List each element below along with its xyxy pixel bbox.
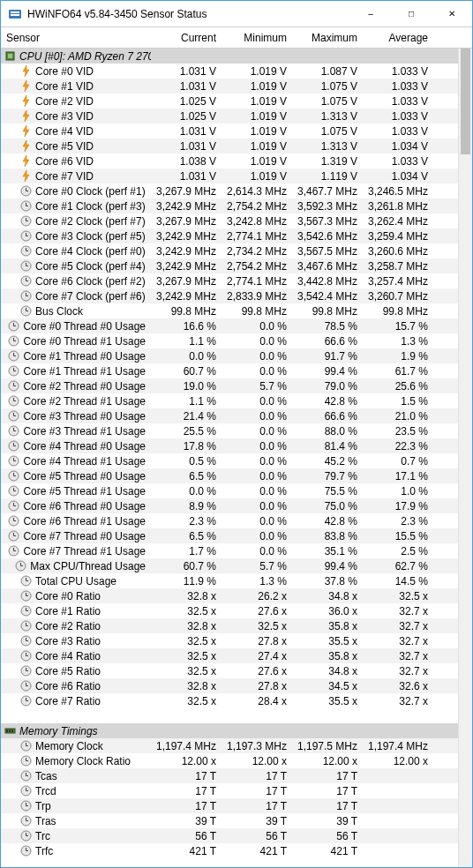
value-minimum: 0.0 %	[221, 530, 292, 542]
table-row[interactable]: Core #3 Ratio32.5 x27.8 x35.5 x32.7 x	[1, 633, 458, 648]
table-row[interactable]: Core #2 Clock (perf #7)3,267.9 MHz3,242.…	[1, 213, 458, 228]
value-current: 0.5 %	[151, 455, 221, 468]
value-current: 99.8 MHz	[151, 305, 221, 318]
clock-icon	[20, 245, 32, 257]
table-row[interactable]: Trc56 T56 T56 T	[1, 828, 458, 843]
sensor-name: Core #3 VID	[35, 110, 94, 123]
table-row[interactable]: Core #1 Ratio32.5 x27.6 x36.0 x32.7 x	[1, 603, 458, 618]
table-row[interactable]: Core #6 Thread #0 Usage8.9 %0.0 %75.0 %1…	[1, 498, 458, 513]
table-row[interactable]: Core #2 Thread #0 Usage19.0 %5.7 %79.0 %…	[1, 378, 458, 393]
sensor-name: Core #3 Clock (perf #5)	[35, 230, 146, 243]
value-average: 22.3 %	[363, 440, 433, 453]
vertical-scrollbar[interactable]	[458, 49, 472, 867]
value-minimum: 0.0 %	[221, 365, 292, 378]
table-row[interactable]: Core #0 VID1.031 V1.019 V1.087 V1.033 V	[1, 64, 458, 79]
table-row[interactable]: Tras39 T39 T39 T	[1, 813, 458, 828]
table-row[interactable]: Core #2 VID1.025 V1.019 V1.075 V1.033 V	[1, 94, 458, 108]
table-row[interactable]: Core #5 Ratio32.5 x27.6 x34.8 x32.7 x	[1, 663, 458, 678]
table-row[interactable]: Core #3 VID1.025 V1.019 V1.313 V1.033 V	[1, 108, 458, 123]
table-row[interactable]: Core #6 Ratio32.8 x27.8 x34.5 x32.6 x	[1, 678, 458, 693]
table-header[interactable]: Sensor Current Minimum Maximum Average	[1, 27, 472, 49]
value-minimum: 0.0 %	[221, 470, 292, 483]
value-current: 25.5 %	[151, 425, 221, 438]
table-row[interactable]: Core #4 Clock (perf #0)3,242.9 MHz2,734.…	[1, 243, 458, 258]
table-row[interactable]: Max CPU/Thread Usage60.7 %5.7 %99.4 %62.…	[1, 558, 458, 573]
table-row[interactable]: Core #0 Ratio32.8 x26.2 x34.8 x32.5 x	[1, 588, 458, 603]
value-current: 17 T	[151, 800, 221, 812]
table-row[interactable]: Core #7 Thread #1 Usage1.7 %0.0 %35.1 %2…	[1, 543, 458, 558]
table-row[interactable]: Total CPU Usage11.9 %1.3 %37.8 %14.5 %	[1, 573, 458, 588]
table-row[interactable]: Core #0 Thread #0 Usage16.6 %0.0 %78.5 %…	[1, 318, 458, 333]
sensor-name: Core #5 VID	[35, 140, 94, 153]
table-row[interactable]: Core #3 Thread #0 Usage21.4 %0.0 %66.6 %…	[1, 408, 458, 423]
table-row[interactable]: Core #0 Thread #1 Usage1.1 %0.0 %66.6 %1…	[1, 333, 458, 348]
table-row[interactable]: Core #1 VID1.031 V1.019 V1.075 V1.033 V	[1, 79, 458, 94]
sensor-name: Core #2 VID	[35, 95, 94, 108]
clock-icon	[20, 620, 32, 632]
clock-icon	[20, 680, 32, 692]
value-current: 17.8 %	[151, 440, 221, 453]
table-row[interactable]: Trcd17 T17 T17 T	[1, 783, 458, 798]
clock-icon	[8, 530, 19, 542]
minimize-button[interactable]: –	[350, 1, 391, 26]
maximize-button[interactable]: □	[391, 1, 432, 26]
value-maximum: 35.5 x	[292, 635, 363, 647]
table-row[interactable]: Core #0 Clock (perf #1)3,267.9 MHz2,614.…	[1, 183, 458, 198]
table-row[interactable]: Core #4 Thread #0 Usage17.8 %0.0 %81.4 %…	[1, 438, 458, 453]
table-row[interactable]: Core #1 Clock (perf #3)3,242.9 MHz2,754.…	[1, 198, 458, 213]
value-average: 3,261.8 MHz	[363, 200, 433, 213]
table-row[interactable]: Core #2 Ratio32.8 x32.5 x35.8 x32.7 x	[1, 618, 458, 633]
value-current: 1.031 V	[151, 170, 221, 183]
table-row[interactable]: Core #5 Thread #0 Usage6.5 %0.0 %79.7 %1…	[1, 468, 458, 483]
value-minimum: 5.7 %	[221, 560, 292, 572]
header-current[interactable]: Current	[151, 32, 221, 44]
table-row[interactable]: Core #7 Clock (perf #6)3,242.9 MHz2,833.…	[1, 288, 458, 303]
sensor-name: Core #1 Clock (perf #3)	[35, 200, 146, 213]
table-row[interactable]: Trfc421 T421 T421 T	[1, 843, 458, 858]
table-row[interactable]: Core #1 Thread #1 Usage60.7 %0.0 %99.4 %…	[1, 363, 458, 378]
table-row[interactable]: Core #1 Thread #0 Usage0.0 %0.0 %91.7 %1…	[1, 348, 458, 363]
table-row[interactable]: Core #5 Clock (perf #4)3,242.9 MHz2,754.…	[1, 258, 458, 273]
value-maximum: 17 T	[292, 785, 363, 797]
table-row[interactable]: Tcas17 T17 T17 T	[1, 768, 458, 783]
table-row[interactable]: Core #3 Clock (perf #5)3,242.9 MHz2,774.…	[1, 228, 458, 243]
clock-icon	[20, 635, 32, 647]
section-header[interactable]: CPU [#0]: AMD Ryzen 7 2700	[1, 49, 458, 64]
value-current: 1.031 V	[151, 80, 221, 93]
table-row[interactable]: Core #6 VID1.038 V1.019 V1.319 V1.033 V	[1, 153, 458, 168]
table-row[interactable]: Memory Clock1,197.4 MHz1,197.3 MHz1,197.…	[1, 738, 458, 753]
table-row[interactable]: Core #5 VID1.031 V1.019 V1.313 V1.034 V	[1, 138, 458, 153]
value-maximum: 66.6 %	[292, 335, 363, 348]
table-row[interactable]: Core #6 Thread #1 Usage2.3 %0.0 %42.8 %2…	[1, 513, 458, 528]
sensor-name: Core #4 Ratio	[35, 650, 101, 662]
header-maximum[interactable]: Maximum	[292, 32, 363, 44]
value-current: 3,242.9 MHz	[151, 230, 221, 243]
table-row[interactable]: Core #4 VID1.031 V1.019 V1.075 V1.033 V	[1, 123, 458, 138]
header-average[interactable]: Average	[363, 32, 433, 44]
value-maximum: 37.8 %	[292, 575, 363, 587]
table-row[interactable]: Core #7 Thread #0 Usage6.5 %0.0 %83.8 %1…	[1, 528, 458, 543]
header-sensor[interactable]: Sensor	[1, 32, 151, 44]
table-row[interactable]: Core #7 Ratio32.5 x28.4 x35.5 x32.7 x	[1, 693, 458, 708]
value-average: 1.033 V	[363, 110, 433, 123]
table-row[interactable]: Core #3 Thread #1 Usage25.5 %0.0 %88.0 %…	[1, 423, 458, 438]
titlebar[interactable]: HWiNFO64 v5.84-3450 Sensor Status – □ ✕	[1, 1, 472, 27]
value-maximum: 88.0 %	[292, 425, 363, 438]
table-row[interactable]: Core #7 VID1.031 V1.019 V1.119 V1.034 V	[1, 168, 458, 183]
value-average: 25.6 %	[363, 380, 433, 393]
table-row[interactable]: Trp17 T17 T17 T	[1, 798, 458, 813]
value-maximum: 1.119 V	[292, 170, 363, 183]
table-row[interactable]: Core #4 Thread #1 Usage0.5 %0.0 %45.2 %0…	[1, 453, 458, 468]
table-row[interactable]: Memory Clock Ratio12.00 x12.00 x12.00 x1…	[1, 753, 458, 768]
section-header[interactable]: Memory Timings	[1, 723, 458, 738]
table-row[interactable]: Core #6 Clock (perf #2)3,267.9 MHz2,774.…	[1, 273, 458, 288]
header-minimum[interactable]: Minimum	[221, 32, 292, 44]
table-row[interactable]: Core #5 Thread #1 Usage0.0 %0.0 %75.5 %1…	[1, 483, 458, 498]
close-button[interactable]: ✕	[432, 1, 472, 26]
table-row[interactable]: Core #2 Thread #1 Usage1.1 %0.0 %42.8 %1…	[1, 393, 458, 408]
scrollbar-thumb[interactable]	[461, 49, 470, 154]
table-row[interactable]: Bus Clock99.8 MHz99.8 MHz99.8 MHz99.8 MH…	[1, 303, 458, 318]
value-average: 3,258.7 MHz	[363, 260, 433, 273]
table-row[interactable]: Core #4 Ratio32.5 x27.4 x35.8 x32.7 x	[1, 648, 458, 663]
value-minimum: 0.0 %	[221, 440, 292, 453]
